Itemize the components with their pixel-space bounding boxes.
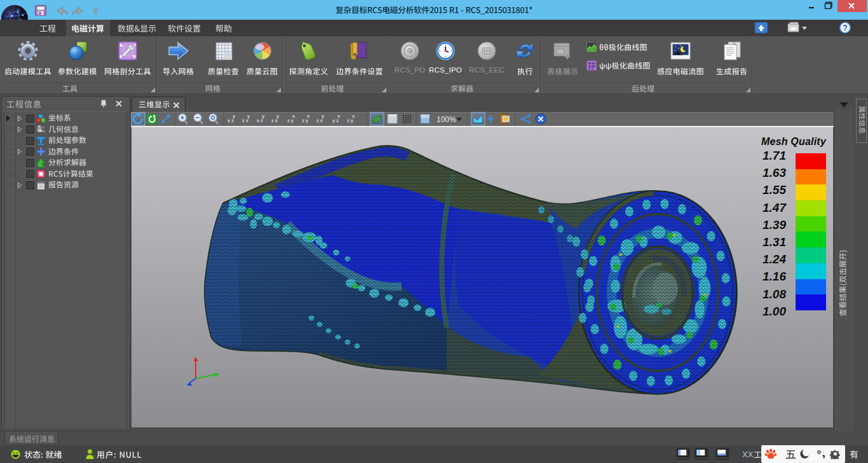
svg-text:x: x <box>307 113 310 119</box>
svg-text:y: y <box>276 113 280 119</box>
svg-text:x: x <box>337 113 341 119</box>
svg-text:y: y <box>247 113 250 119</box>
svg-text:y: y <box>262 113 265 119</box>
svg-text:100%: 100% <box>437 115 456 124</box>
svg-text:y: y <box>233 113 236 119</box>
svg-text:y: y <box>322 113 325 119</box>
svg-text:x: x <box>292 113 295 119</box>
svg-text:?: ? <box>843 24 847 32</box>
svg-text:x: x <box>352 113 355 119</box>
